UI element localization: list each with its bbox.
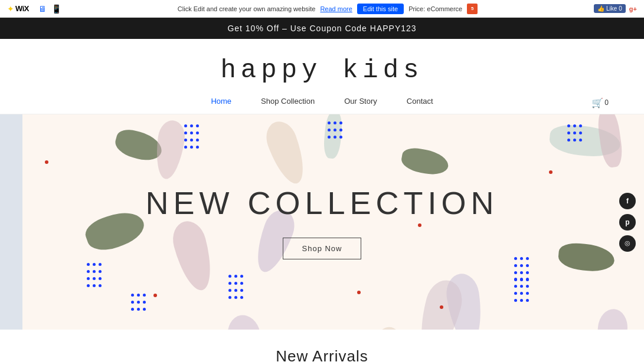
nav-our-story[interactable]: Our Story xyxy=(344,97,377,106)
dot-cluster-2 xyxy=(326,120,342,140)
edit-prompt-text: Click Edit and create your own amazing w… xyxy=(178,5,316,12)
google-plus-icon[interactable]: g+ xyxy=(629,5,637,12)
paint-stroke-beige-2 xyxy=(366,324,404,330)
device-toggle-group: 🖥 📱 xyxy=(38,4,61,14)
wix-logo: ✦ WiX xyxy=(7,4,29,14)
mobile-icon[interactable]: 📱 xyxy=(51,4,61,14)
red-dot-2 xyxy=(45,160,48,164)
dot-cluster-bottom-3 xyxy=(513,277,529,303)
red-dot-5 xyxy=(549,170,553,174)
paint-stroke-pink-6 xyxy=(594,308,629,330)
wix-star-icon: ✦ xyxy=(7,4,14,14)
paint-stroke-pink-4 xyxy=(224,312,268,330)
site-header: happy kids xyxy=(0,39,644,91)
shop-now-button[interactable]: Shop Now xyxy=(283,238,362,259)
facebook-social-button[interactable]: f xyxy=(619,193,636,209)
dot-cluster-left xyxy=(86,262,102,288)
facebook-icon: f xyxy=(626,197,629,205)
dot-cluster-3 xyxy=(566,123,582,143)
red-dot-3 xyxy=(153,294,157,297)
facebook-like-box[interactable]: 👍 Like 0 xyxy=(594,4,626,13)
paint-stroke-dark-1 xyxy=(82,206,149,256)
promo-bar: Get 10% Off – Use Coupon Code HAPPY123 xyxy=(0,18,644,39)
nav-contact[interactable]: Contact xyxy=(407,97,433,106)
price-label: Price: eCommerce xyxy=(408,5,462,12)
dot-cluster-bottom-1 xyxy=(227,274,243,300)
paint-stroke-pink-3 xyxy=(152,119,187,180)
instagram-icon: ◎ xyxy=(625,239,630,247)
wix-top-bar: ✦ WiX 🖥 📱 Click Edit and create your own… xyxy=(0,0,644,18)
dot-cluster-1 xyxy=(183,123,199,150)
paint-stroke-brushy-3 xyxy=(596,114,625,169)
hero-section: NEW COLLECTION Shop Now f p ◎ xyxy=(0,114,644,330)
nav-home[interactable]: Home xyxy=(211,97,231,106)
social-sidebar: f p ◎ xyxy=(619,193,636,252)
pinterest-social-button[interactable]: p xyxy=(619,214,636,231)
cart-icon: 🛒 xyxy=(591,97,603,108)
read-more-link[interactable]: Read more xyxy=(320,5,352,12)
promo-text: Get 10% Off – Use Coupon Code HAPPY123 xyxy=(227,24,416,33)
hero-title: NEW COLLECTION xyxy=(145,185,498,221)
edit-site-button[interactable]: Edit this site xyxy=(357,4,404,14)
desktop-icon[interactable]: 🖥 xyxy=(38,4,47,14)
main-nav: Home Shop Collection Our Story Contact 🛒… xyxy=(0,91,644,114)
site-title: happy kids xyxy=(0,55,644,85)
top-bar-social: 👍 Like 0 g+ xyxy=(594,4,637,13)
cart-count: 0 xyxy=(604,98,609,107)
red-dot-4 xyxy=(357,291,361,294)
cart-icon-container[interactable]: 🛒 0 xyxy=(591,97,609,108)
paint-stroke-dark-4 xyxy=(400,146,450,177)
wix-logo-text: WiX xyxy=(15,4,29,13)
blue-edge-accent xyxy=(0,114,22,330)
like-count: 0 xyxy=(619,5,622,12)
nav-shop-collection[interactable]: Shop Collection xyxy=(261,97,315,106)
hero-content: NEW COLLECTION Shop Now xyxy=(145,185,498,259)
red-dot-6 xyxy=(440,305,443,309)
new-arrivals-section: New Arrivals xyxy=(0,330,644,362)
instagram-social-button[interactable]: ◎ xyxy=(619,235,636,252)
pinterest-icon: p xyxy=(625,218,629,226)
wix-bar-center: Click Edit and create your own amazing w… xyxy=(67,4,588,14)
html5-badge: 5 xyxy=(467,4,478,14)
paint-stroke-beige-1 xyxy=(261,117,312,188)
paint-stroke-dark-5 xyxy=(557,242,616,273)
dot-cluster-bottom-2 xyxy=(130,292,146,312)
new-arrivals-title: New Arrivals xyxy=(0,347,644,362)
